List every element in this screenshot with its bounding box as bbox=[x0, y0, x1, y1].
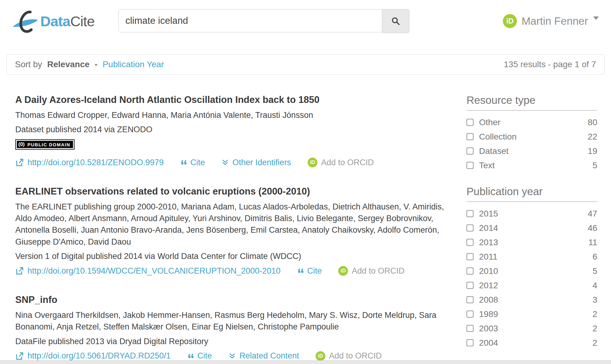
external-link-icon bbox=[15, 267, 24, 275]
doi-link[interactable]: http://doi.org/10.5061/DRYAD.RD250/1 bbox=[15, 351, 171, 361]
header: DataCite iD Martin Fenner bbox=[0, 0, 611, 38]
facet-item-dataset[interactable]: Dataset 19 bbox=[466, 144, 597, 158]
doi-link-text: http://doi.org/10.1594/WDCC/EN_VOLCANICE… bbox=[27, 266, 280, 276]
cite-label: Cite bbox=[197, 351, 212, 361]
checkbox[interactable] bbox=[466, 282, 474, 289]
facet-item-text[interactable]: Text 5 bbox=[466, 158, 597, 173]
facet-item-2011[interactable]: 2011 6 bbox=[466, 249, 597, 264]
search-bar bbox=[118, 9, 409, 33]
facet-item-2015[interactable]: 2015 47 bbox=[466, 206, 597, 221]
orcid-icon: iD bbox=[316, 351, 325, 361]
facet-item-2003[interactable]: 2003 2 bbox=[466, 321, 597, 336]
checkbox[interactable] bbox=[466, 147, 474, 155]
facet-count: 80 bbox=[585, 117, 597, 128]
doi-link[interactable]: http://doi.org/10.5281/ZENODO.9979 bbox=[15, 158, 164, 167]
facet-title: Publication year bbox=[466, 185, 597, 202]
caret-down-icon bbox=[593, 16, 599, 20]
other-identifiers-toggle[interactable]: Other Identifiers bbox=[221, 158, 291, 167]
result-actions: http://doi.org/10.5281/ZENODO.9979 “ Cit… bbox=[15, 158, 445, 167]
add-to-orcid-button[interactable]: iD Add to ORCID bbox=[308, 158, 374, 167]
facet-label: 2014 bbox=[479, 223, 585, 233]
results-count: 135 results - page 1 of 7 bbox=[504, 60, 596, 69]
orcid-icon: iD bbox=[338, 266, 348, 276]
facet-label: 2013 bbox=[479, 237, 585, 248]
add-to-orcid-label: Add to ORCID bbox=[321, 158, 374, 167]
facet-item-2013[interactable]: 2013 11 bbox=[466, 235, 597, 249]
facet-item-2010[interactable]: 2010 5 bbox=[466, 264, 597, 278]
search-result: SNP_info Nina Overgaard Therkildsen, Jak… bbox=[15, 294, 445, 361]
facet-label: Text bbox=[479, 160, 589, 171]
facet-count: 2 bbox=[589, 323, 597, 334]
facet-item-2014[interactable]: 2014 46 bbox=[466, 221, 597, 235]
doi-link[interactable]: http://doi.org/10.1594/WDCC/EN_VOLCANICE… bbox=[15, 266, 280, 276]
result-actions: http://doi.org/10.1594/WDCC/EN_VOLCANICE… bbox=[15, 266, 445, 276]
double-chevron-down-icon bbox=[221, 159, 229, 166]
sort-dash: - bbox=[95, 60, 97, 69]
orcid-icon: iD bbox=[308, 158, 317, 167]
logo-text-data: Data bbox=[40, 13, 70, 29]
result-title-link[interactable]: A Daily Azores-Iceland North Atlantic Os… bbox=[15, 94, 445, 106]
checkbox[interactable] bbox=[466, 311, 474, 318]
sort-publication-year-link[interactable]: Publication Year bbox=[103, 60, 164, 69]
checkbox[interactable] bbox=[466, 162, 474, 169]
checkbox[interactable] bbox=[466, 210, 474, 217]
facet-count: 47 bbox=[585, 208, 597, 219]
public-domain-badge[interactable]: (0) PUBLIC DOMAIN bbox=[15, 139, 75, 150]
public-domain-zero-icon: (0) bbox=[18, 141, 25, 147]
facet-label: Other bbox=[479, 117, 585, 128]
cite-button[interactable]: “ Cite bbox=[180, 158, 205, 167]
result-title-link[interactable]: EARLINET observations related to volcani… bbox=[15, 186, 445, 198]
facet-item-2008[interactable]: 2008 3 bbox=[466, 293, 597, 307]
facet-label: Collection bbox=[479, 131, 585, 142]
result-authors: The EARLINET publishing group 2000-2010,… bbox=[15, 201, 445, 248]
checkbox[interactable] bbox=[466, 133, 474, 140]
facet-count: 4 bbox=[589, 280, 597, 291]
external-link-icon bbox=[15, 158, 24, 167]
related-content-toggle[interactable]: Related Content bbox=[229, 351, 299, 361]
results-list: A Daily Azores-Iceland North Atlantic Os… bbox=[15, 94, 445, 364]
search-input[interactable] bbox=[118, 9, 382, 32]
facet-item-2012[interactable]: 2012 4 bbox=[466, 278, 597, 293]
doi-link-text: http://doi.org/10.5061/DRYAD.RD250/1 bbox=[27, 351, 171, 361]
checkbox[interactable] bbox=[466, 239, 474, 246]
datacite-swoosh-icon bbox=[12, 7, 38, 35]
facet-count: 46 bbox=[585, 223, 597, 233]
result-meta: Version 1 of Digital published 2014 via … bbox=[15, 252, 445, 261]
search-button[interactable] bbox=[382, 9, 409, 33]
checkbox[interactable] bbox=[466, 268, 474, 275]
facets-sidebar: Resource type Other 80 Collection 22 Dat… bbox=[466, 94, 597, 364]
bottom-edge bbox=[0, 360, 611, 364]
facet-title: Resource type bbox=[466, 94, 597, 111]
checkbox[interactable] bbox=[466, 224, 474, 231]
result-title-link[interactable]: SNP_info bbox=[15, 294, 445, 306]
cite-button[interactable]: “ Cite bbox=[187, 351, 212, 361]
cite-button[interactable]: “ Cite bbox=[297, 266, 322, 276]
facet-item-other[interactable]: Other 80 bbox=[466, 115, 597, 129]
facet-label: 2011 bbox=[479, 251, 589, 262]
datacite-logo[interactable]: DataCite bbox=[12, 7, 94, 35]
facet-item-2004[interactable]: 2004 2 bbox=[466, 336, 597, 350]
result-meta: Dataset published 2014 via ZENODO bbox=[15, 125, 445, 134]
facet-label: 2004 bbox=[479, 337, 589, 348]
facet-item-collection[interactable]: Collection 22 bbox=[466, 129, 597, 144]
facet-item-1989[interactable]: 1989 2 bbox=[466, 307, 597, 321]
facet-count: 11 bbox=[585, 237, 597, 248]
add-to-orcid-button[interactable]: iD Add to ORCID bbox=[316, 351, 382, 361]
facet-label: 2010 bbox=[479, 266, 589, 276]
checkbox[interactable] bbox=[466, 296, 474, 303]
other-identifiers-label: Other Identifiers bbox=[232, 158, 291, 167]
facet-label: 2008 bbox=[479, 294, 589, 305]
public-domain-label: PUBLIC DOMAIN bbox=[27, 142, 70, 147]
checkbox[interactable] bbox=[466, 325, 474, 332]
checkbox[interactable] bbox=[466, 119, 474, 126]
facet-label: 2003 bbox=[479, 323, 589, 334]
user-menu[interactable]: iD Martin Fenner bbox=[503, 14, 599, 28]
add-to-orcid-button[interactable]: iD Add to ORCID bbox=[338, 266, 404, 276]
cite-label: Cite bbox=[190, 158, 205, 167]
checkbox[interactable] bbox=[466, 253, 474, 260]
add-to-orcid-label: Add to ORCID bbox=[352, 266, 404, 276]
facet-count: 19 bbox=[585, 146, 597, 156]
search-icon bbox=[391, 16, 400, 26]
checkbox[interactable] bbox=[466, 339, 474, 346]
external-link-icon bbox=[15, 352, 24, 360]
